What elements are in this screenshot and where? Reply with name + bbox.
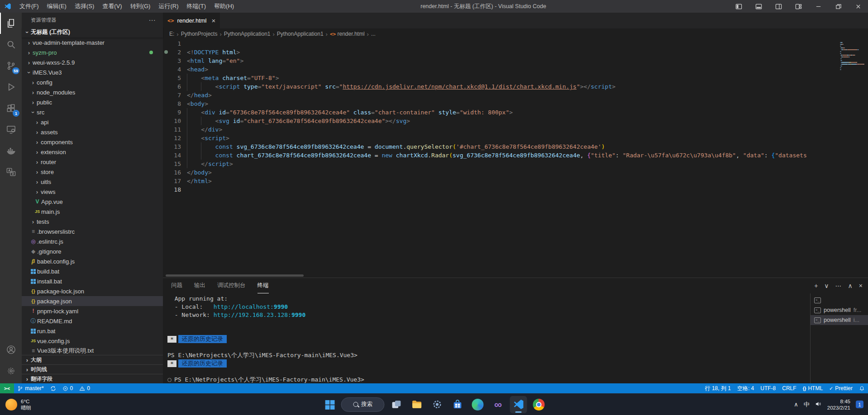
close-panel-icon[interactable]: × bbox=[859, 282, 863, 289]
tree-item[interactable]: ›views bbox=[22, 187, 163, 197]
volume-icon[interactable] bbox=[815, 401, 822, 409]
status-error[interactable]: 0 bbox=[59, 383, 76, 393]
hidden-icons-chevron[interactable]: ∧ bbox=[794, 401, 798, 408]
menu-item[interactable]: 转到(G) bbox=[126, 2, 155, 10]
clock[interactable]: 8:45 2023/2/21 bbox=[827, 398, 850, 411]
activity-source-control[interactable]: 59 bbox=[0, 55, 22, 76]
tree-item[interactable]: ›router bbox=[22, 157, 163, 167]
terminal-list-item[interactable]: >_ bbox=[811, 295, 868, 305]
panel-tab-调试控制台[interactable]: 调试控制台 bbox=[217, 278, 246, 293]
tree-item[interactable]: {}package-lock.json bbox=[22, 286, 163, 296]
tree-item[interactable]: run.bat bbox=[22, 326, 163, 336]
tree-item[interactable]: ›config bbox=[22, 77, 163, 87]
terminal-dropdown-icon[interactable]: ∨ bbox=[824, 282, 829, 289]
tree-item[interactable]: build.bat bbox=[22, 266, 163, 276]
menu-item[interactable]: 终端(T) bbox=[182, 2, 210, 10]
notification-badge[interactable]: 1 bbox=[856, 401, 863, 408]
start-button[interactable] bbox=[321, 396, 338, 413]
remote-indicator[interactable]: >< bbox=[0, 383, 14, 393]
tree-item[interactable]: ⓘREADME.md bbox=[22, 316, 163, 326]
tree-item[interactable]: ›weui-wxss-2.5.9 bbox=[22, 57, 163, 67]
tree-item[interactable]: ◆.gitignore bbox=[22, 246, 163, 256]
search-box[interactable]: 搜索 bbox=[341, 397, 385, 412]
panel-tab-终端[interactable]: 终端 bbox=[258, 278, 269, 293]
tree-item[interactable]: !pnpm-lock.yaml bbox=[22, 306, 163, 316]
tree-item[interactable]: ›node_modules bbox=[22, 87, 163, 97]
status-warning[interactable]: 0 bbox=[76, 383, 93, 393]
layout-secondary-sidebar-icon[interactable] bbox=[768, 0, 788, 13]
tab-close-icon[interactable]: × bbox=[212, 17, 216, 24]
tree-item[interactable]: JSmain.js bbox=[22, 207, 163, 217]
file-explorer-icon[interactable] bbox=[408, 396, 425, 413]
chrome-icon[interactable] bbox=[530, 396, 548, 413]
ime-indicator[interactable]: 中 bbox=[804, 401, 810, 409]
menu-item[interactable]: 运行(R) bbox=[154, 2, 182, 10]
terminal-list-item[interactable]: >_powershell fr... bbox=[811, 305, 868, 315]
code-editor[interactable]: 12<!DOCTYPE html>3<html lang="en">4<head… bbox=[163, 39, 868, 274]
status-空格: 4[interactable]: 空格: 4 bbox=[734, 383, 757, 393]
tree-item[interactable]: ›extension bbox=[22, 147, 163, 157]
command-decoration-icon[interactable] bbox=[167, 378, 172, 382]
visual-studio-icon[interactable]: ∞ bbox=[490, 396, 507, 413]
status-UTF-8[interactable]: UTF-8 bbox=[757, 383, 779, 393]
activity-search[interactable] bbox=[0, 34, 22, 55]
menu-item[interactable]: 文件(F) bbox=[15, 2, 43, 10]
restore-icon[interactable] bbox=[828, 0, 848, 13]
minimap[interactable] bbox=[840, 40, 864, 73]
tree-item[interactable]: βbabel.config.js bbox=[22, 256, 163, 266]
activity-account[interactable] bbox=[0, 339, 22, 360]
tree-item[interactable]: ›public bbox=[22, 97, 163, 107]
tree-item[interactable]: install.bat bbox=[22, 276, 163, 286]
status-CRLF[interactable]: CRLF bbox=[779, 383, 799, 393]
panel-more-icon[interactable]: ⋯ bbox=[835, 282, 842, 289]
breadcrumb[interactable]: E:›PythonProjects›PythonApplication1›Pyt… bbox=[163, 28, 868, 39]
explorer-more-actions-icon[interactable]: ··· bbox=[145, 16, 159, 24]
tree-item[interactable]: JSvue.config.js bbox=[22, 336, 163, 346]
tree-item[interactable]: ≡.browserslistrc bbox=[22, 226, 163, 236]
activity-docker[interactable] bbox=[0, 140, 22, 161]
tree-item[interactable]: ›components bbox=[22, 137, 163, 147]
terminal[interactable]: App running at: - Local: http://localhos… bbox=[163, 293, 810, 383]
breadcrumb-item[interactable]: E: bbox=[169, 31, 174, 37]
tree-item[interactable]: ›vue-admin-template-master bbox=[22, 38, 163, 47]
tree-item[interactable]: ›api bbox=[22, 117, 163, 127]
task-view-button[interactable] bbox=[388, 396, 405, 413]
menu-item[interactable]: 帮助(H) bbox=[210, 2, 238, 10]
tree-item[interactable]: ›store bbox=[22, 167, 163, 177]
tree-item[interactable]: ›iMES.Vue3 bbox=[22, 67, 163, 77]
vscode-icon[interactable] bbox=[510, 396, 527, 413]
menu-item[interactable]: 编辑(E) bbox=[43, 2, 71, 10]
tree-item[interactable]: ≡Vue3版本使用说明.txt bbox=[22, 346, 163, 355]
settings-icon[interactable] bbox=[429, 396, 446, 413]
workspace-root[interactable]: › 无标题 (工作区) bbox=[22, 27, 163, 38]
status-braces[interactable]: {}HTML bbox=[800, 383, 826, 393]
tree-item[interactable]: {}package.json bbox=[22, 296, 163, 306]
activity-remote-explorer[interactable] bbox=[0, 119, 22, 140]
tab-render-html[interactable]: <> render.html × bbox=[163, 13, 220, 28]
tree-item[interactable]: ›src bbox=[22, 107, 163, 117]
menu-item[interactable]: 查看(V) bbox=[98, 2, 126, 10]
layout-panel-icon[interactable] bbox=[749, 0, 768, 13]
tree-item[interactable]: VApp.vue bbox=[22, 197, 163, 207]
microsoft-store-icon[interactable] bbox=[449, 396, 466, 413]
minimize-icon[interactable] bbox=[808, 0, 828, 13]
activity-translate[interactable] bbox=[0, 161, 22, 183]
activity-run-debug[interactable] bbox=[0, 76, 22, 98]
edge-icon[interactable] bbox=[469, 396, 486, 413]
panel-tab-输出[interactable]: 输出 bbox=[194, 278, 205, 293]
activity-explorer[interactable] bbox=[0, 13, 22, 34]
status-sync[interactable] bbox=[47, 383, 59, 393]
sidebar-section-时间线[interactable]: ›时间线 bbox=[22, 364, 163, 374]
status-check[interactable]: ✓Prettier bbox=[826, 383, 856, 393]
menu-item[interactable]: 选择(S) bbox=[71, 2, 98, 10]
sidebar-section-翻译字段[interactable]: ›翻译字段 bbox=[22, 374, 163, 383]
activity-settings[interactable] bbox=[0, 360, 22, 382]
status-branch[interactable]: master* bbox=[14, 383, 47, 393]
activity-extensions[interactable]: 1 bbox=[0, 98, 22, 119]
layout-sidebar-icon[interactable] bbox=[729, 0, 749, 13]
breadcrumb-item[interactable]: PythonApplication1 bbox=[224, 31, 271, 37]
sidebar-section-大纲[interactable]: ›大纲 bbox=[22, 355, 163, 364]
tree-item[interactable]: ›assets bbox=[22, 127, 163, 137]
breadcrumb-item[interactable]: PythonProjects bbox=[181, 31, 218, 37]
tree-item[interactable]: ›syzm-pro bbox=[22, 47, 163, 57]
